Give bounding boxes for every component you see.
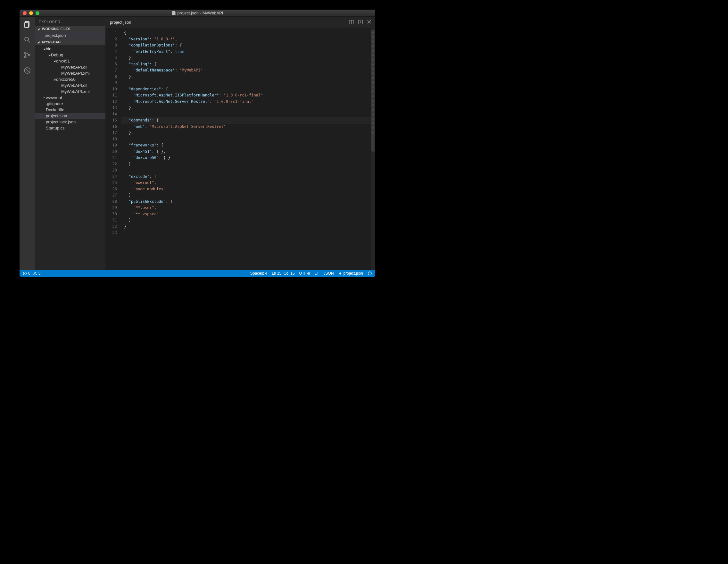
working-files-label: WORKING FILES (42, 27, 70, 31)
errors-count: 0 (28, 271, 30, 276)
window-title: project.json - MyWebAPI (20, 11, 375, 15)
explorer-icon[interactable] (23, 20, 32, 29)
debug-icon[interactable] (23, 66, 32, 75)
svg-line-3 (28, 41, 30, 43)
tree-file[interactable]: MyWebAPI.xml (35, 70, 105, 76)
project-header[interactable]: ◢ MYWEBAPI (35, 39, 105, 45)
chevron-down-icon: ◢ (37, 41, 41, 44)
tree-item-label: wwwroot (46, 95, 62, 100)
code-editor[interactable]: 1234567891011121314151617181920212223242… (105, 28, 375, 270)
warnings-indicator[interactable]: 5 (33, 271, 41, 276)
working-files-header[interactable]: ◢ WORKING FILES (35, 26, 105, 32)
tree-file[interactable]: MyWebAPI.dll (35, 82, 105, 88)
tree-file[interactable]: .gitignore (35, 101, 105, 107)
svg-point-22 (370, 273, 370, 273)
tree-item-label: dnx451 (56, 59, 70, 63)
tree-item-label: dnxcore50 (56, 77, 76, 82)
close-editor-icon[interactable] (367, 20, 371, 25)
tree-folder[interactable]: ▸ wwwroot (35, 95, 105, 101)
svg-point-12 (360, 22, 361, 22)
tree-file[interactable]: project.lock.json (35, 119, 105, 125)
feedback-icon[interactable] (368, 271, 372, 276)
tree-item-label: MyWebAPI.xml (61, 71, 90, 76)
tree-file[interactable]: Startup.cs (35, 125, 105, 131)
tree-folder[interactable]: ◢ dnxcore50 (35, 76, 105, 82)
project-label: MYWEBAPI (42, 40, 62, 44)
chevron-down-icon: ◢ (53, 60, 56, 62)
code-content[interactable]: { "version": "1.0.0-*", "compilationOpti… (121, 28, 371, 270)
search-icon[interactable] (23, 35, 32, 44)
working-file-item[interactable]: project.json (35, 32, 105, 39)
language-indicator[interactable]: JSON (324, 271, 334, 276)
tab-label: project.json (110, 20, 131, 25)
tree-file[interactable]: Dockerfile (35, 107, 105, 113)
encoding-indicator[interactable]: UTF-8 (299, 271, 310, 276)
errors-indicator[interactable]: 0 (23, 271, 30, 276)
svg-line-8 (25, 68, 30, 73)
sidebar: EXPLORER ◢ WORKING FILES project.json ◢ … (35, 17, 105, 270)
file-tree: ◢ bin◢ Debug◢ dnx451 MyWebAPI.dll MyWebA… (35, 45, 105, 132)
editor-area: project.json 123456789101112131415161718… (105, 17, 375, 270)
svg-point-5 (25, 56, 26, 58)
tree-item-label: bin (46, 46, 51, 51)
build-target[interactable]: project.json (338, 271, 363, 276)
tree-item-label: MyWebAPI.dll (61, 65, 87, 70)
tree-item-label: .gitignore (46, 101, 63, 106)
tree-item-label: project.lock.json (46, 120, 76, 124)
chevron-down-icon: ◢ (48, 54, 51, 56)
titlebar: project.json - MyWebAPI (20, 10, 375, 17)
svg-point-19 (35, 274, 35, 274)
warnings-count: 5 (38, 271, 41, 276)
tree-item-label: Dockerfile (46, 107, 64, 112)
working-files-list: project.json (35, 32, 105, 39)
flame-icon (338, 271, 342, 275)
status-bar: 0 5 Spaces: 4 Ln 15, Col 15 UTF-8 LF JSO… (20, 270, 375, 277)
split-editor-icon[interactable] (349, 20, 354, 25)
svg-point-21 (369, 273, 369, 273)
activity-bar (20, 17, 35, 270)
svg-point-4 (25, 53, 26, 54)
tree-file[interactable]: MyWebAPI.dll (35, 64, 105, 70)
tree-item-label: MyWebAPI.xml (61, 89, 90, 94)
svg-point-20 (368, 272, 372, 275)
tab-bar: project.json (105, 17, 375, 28)
tree-item-label: Startup.cs (46, 126, 65, 130)
chevron-down-icon: ◢ (53, 78, 56, 81)
tab-actions (349, 20, 375, 25)
chevron-down-icon: ◢ (43, 47, 46, 50)
svg-point-2 (25, 37, 29, 41)
tree-file[interactable]: MyWebAPI.xml (35, 88, 105, 95)
window-title-text: project.json - MyWebAPI (178, 11, 223, 15)
svg-rect-1 (25, 22, 29, 28)
tree-item-label: project.json (46, 113, 67, 118)
line-gutter: 1234567891011121314151617181920212223242… (105, 28, 121, 270)
chevron-down-icon: ◢ (37, 28, 41, 30)
editor-tab[interactable]: project.json (105, 17, 136, 28)
cursor-position[interactable]: Ln 15, Col 15 (272, 271, 294, 276)
git-icon[interactable] (23, 51, 32, 60)
sidebar-title: EXPLORER (35, 17, 105, 26)
more-actions-icon[interactable] (358, 20, 363, 25)
chevron-right-icon: ▸ (43, 96, 46, 99)
tree-folder[interactable]: ◢ Debug (35, 52, 105, 58)
tree-file[interactable]: project.json (35, 113, 105, 119)
eol-indicator[interactable]: LF (315, 271, 319, 276)
tree-item-label: MyWebAPI.dll (61, 83, 87, 88)
tree-folder[interactable]: ◢ bin (35, 46, 105, 52)
tree-item-label: Debug (51, 53, 63, 57)
app-window: project.json - MyWebAPI EXPLORER ◢ WORKI… (20, 10, 375, 277)
indent-indicator[interactable]: Spaces: 4 (250, 271, 267, 276)
tree-folder[interactable]: ◢ dnx451 (35, 58, 105, 64)
file-icon (172, 11, 176, 15)
minimap[interactable] (371, 28, 375, 270)
